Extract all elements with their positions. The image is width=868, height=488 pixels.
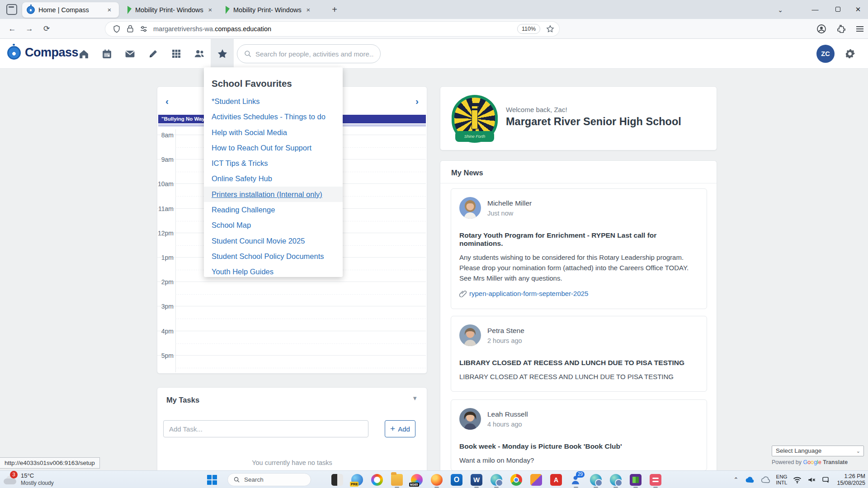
cloud-icon[interactable]	[760, 476, 770, 483]
favourite-link-school-map[interactable]: School Map	[204, 217, 343, 233]
cast-sync-icon[interactable]	[822, 476, 831, 483]
window-close-button[interactable]: ✕	[848, 0, 868, 19]
post-body: LIBRARY CLOSED AT RECESS AND LUNCH DUE T…	[459, 371, 698, 382]
calendar-hour-row[interactable]: 2pm	[157, 282, 426, 306]
nav-grid-icon[interactable]	[165, 39, 188, 69]
news-post[interactable]: Michelle Miller Just now Rotary Youth Pr…	[451, 188, 707, 309]
taskbar-app-icons: PRE M365 O W A 29	[327, 471, 665, 488]
news-post[interactable]: Petra Stene 2 hours ago LIBRARY CLOSED A…	[451, 316, 707, 392]
shield-icon[interactable]	[112, 24, 121, 33]
list-all-tabs-icon[interactable]: ⌄	[774, 4, 787, 16]
favourite-link-help-social-media[interactable]: Help with Social Media	[204, 125, 343, 140]
taskbar-icon-chrome[interactable]	[506, 471, 526, 488]
profile-icon[interactable]	[816, 23, 827, 34]
school-favourites-dropdown: School Favourites *Student Links Activit…	[204, 67, 343, 277]
tab-home-compass[interactable]: Home | Compass ×	[22, 2, 119, 18]
new-tab-button[interactable]: +	[328, 4, 341, 16]
post-author[interactable]: Leah Russell	[487, 410, 528, 418]
taskbar-icon-outlook[interactable]: O	[447, 471, 467, 488]
add-task-button[interactable]: + Add	[385, 420, 415, 437]
news-post[interactable]: Leah Russell 4 hours ago Book week - Mon…	[451, 399, 707, 471]
taskbar-icon-red-app[interactable]	[646, 471, 665, 488]
start-button[interactable]	[207, 475, 217, 485]
nav-star-favourites-icon[interactable]	[211, 39, 234, 69]
taskbar-icon-acrobat[interactable]: A	[546, 471, 566, 488]
post-author[interactable]: Michelle Miller	[487, 199, 532, 207]
calendar-hour-row[interactable]: 4pm	[157, 331, 426, 355]
calendar-hour-row[interactable]: 3pm	[157, 306, 426, 330]
tab-title: Mobility Print- Windows setup	[135, 6, 205, 14]
back-icon[interactable]: ←	[6, 23, 18, 35]
nav-calendar-icon[interactable]	[95, 39, 118, 69]
taskbar-icon-edge-app-2[interactable]	[606, 471, 626, 488]
clock-widget[interactable]: 1:26 PM 15/08/2025	[837, 473, 865, 487]
volume-muted-icon[interactable]	[807, 476, 816, 483]
favourite-link-student-council-movie[interactable]: Student Council Movie 2025	[204, 233, 343, 249]
taskbar-weather-widget[interactable]: 3 15°C Mostly cloudy	[4, 472, 54, 486]
refresh-icon[interactable]: ⟳	[41, 23, 52, 35]
firefox-view-icon[interactable]	[6, 4, 17, 15]
tab-close-icon[interactable]: ×	[303, 5, 313, 15]
tray-chevron-up-icon[interactable]: ⌃	[734, 476, 739, 483]
nav-pencil-icon[interactable]	[142, 39, 165, 69]
calendar-next-icon[interactable]: ›	[415, 96, 419, 107]
taskbar-icon-file-explorer[interactable]	[387, 471, 407, 488]
taskbar-search[interactable]: Search	[227, 473, 311, 486]
translate-powered-by[interactable]: Powered by Google Translate	[772, 459, 867, 465]
zoom-level-badge[interactable]: 110%	[517, 24, 540, 34]
window-maximize-button[interactable]	[828, 0, 848, 19]
tab-mobility-print-1[interactable]: Mobility Print- Windows setup ×	[123, 2, 220, 18]
taskbar-icon-word[interactable]: W	[467, 471, 486, 488]
onedrive-icon[interactable]	[745, 476, 755, 483]
nav-home-icon[interactable]	[72, 39, 95, 69]
url-bar[interactable]: margaretrivershs-wa.compass.education 11…	[105, 22, 559, 36]
taskbar-icon-m365-copilot[interactable]: M365	[407, 471, 427, 488]
settings-gear-icon[interactable]	[844, 48, 855, 59]
taskbar-icon-photos[interactable]	[327, 471, 347, 488]
attachment-link[interactable]: rypen-application-form-september-2025	[469, 290, 588, 297]
taskbar-icon-edge-profile[interactable]	[486, 471, 506, 488]
favourite-link-youth-help-guides[interactable]: Youth Help Guides	[204, 264, 343, 279]
tab-mobility-print-2[interactable]: Mobility Print- Windows setup ×	[221, 2, 318, 18]
wifi-icon[interactable]	[793, 476, 802, 483]
post-attachment[interactable]: rypen-application-form-september-2025	[459, 290, 698, 297]
favourite-link-policy-documents[interactable]: Student School Policy Documents	[204, 249, 343, 264]
post-author[interactable]: Petra Stene	[487, 327, 524, 335]
compass-logo[interactable]: Compass	[7, 46, 78, 60]
nav-mail-icon[interactable]	[118, 39, 142, 69]
window-minimize-button[interactable]: —	[805, 0, 825, 19]
forward-icon[interactable]: →	[24, 23, 35, 35]
taskbar-icon-copilot[interactable]	[367, 471, 387, 488]
search-input[interactable]	[255, 50, 374, 58]
calendar-hour-row[interactable]: 5pm	[157, 355, 426, 380]
user-avatar[interactable]: ZC	[816, 45, 835, 63]
permissions-icon[interactable]	[139, 24, 148, 33]
tab-close-icon[interactable]: ×	[104, 5, 114, 15]
translate-language-select[interactable]: Select Language ⌄	[772, 446, 864, 456]
taskbar-icon-office-app[interactable]	[526, 471, 546, 488]
favourite-link-reach-out-support[interactable]: How to Reach Out for Support	[204, 140, 343, 155]
calendar-prev-icon[interactable]: ‹	[165, 96, 169, 107]
global-search[interactable]	[237, 44, 381, 63]
favourite-link-online-safety-hub[interactable]: Online Safety Hub	[204, 171, 343, 186]
favourite-link-activities-schedules[interactable]: Activities Schedules - Things to do	[204, 109, 343, 124]
favourite-link-student-links[interactable]: *Student Links	[204, 94, 343, 109]
taskbar-icon-firefox[interactable]	[427, 471, 447, 488]
collapse-chevron-icon[interactable]: ▼	[412, 395, 418, 402]
taskbar-icon-copilot-pre[interactable]: PRE	[347, 471, 367, 488]
nav-people-icon[interactable]	[188, 39, 211, 69]
menu-hamburger-icon[interactable]	[854, 23, 865, 34]
language-indicator[interactable]: ENG INTL	[776, 474, 788, 486]
add-task-input[interactable]	[163, 420, 368, 437]
lock-icon[interactable]	[126, 24, 135, 33]
url-text[interactable]: margaretrivershs-wa.compass.education	[153, 25, 517, 33]
favourite-link-reading-challenge[interactable]: Reading Challenge	[204, 202, 343, 217]
bookmark-star-icon[interactable]	[546, 24, 555, 33]
favourite-link-ict-tips[interactable]: ICT Tips & Tricks	[204, 155, 343, 171]
favourite-link-printers-installation[interactable]: Printers installation (Internal only)	[204, 187, 343, 202]
taskbar-icon-minecraft-education[interactable]	[626, 471, 646, 488]
taskbar-icon-people-chat[interactable]: 29	[566, 471, 586, 488]
taskbar-icon-edge-app-1[interactable]	[586, 471, 606, 488]
extensions-puzzle-icon[interactable]	[836, 23, 847, 34]
tab-close-icon[interactable]: ×	[205, 5, 215, 15]
